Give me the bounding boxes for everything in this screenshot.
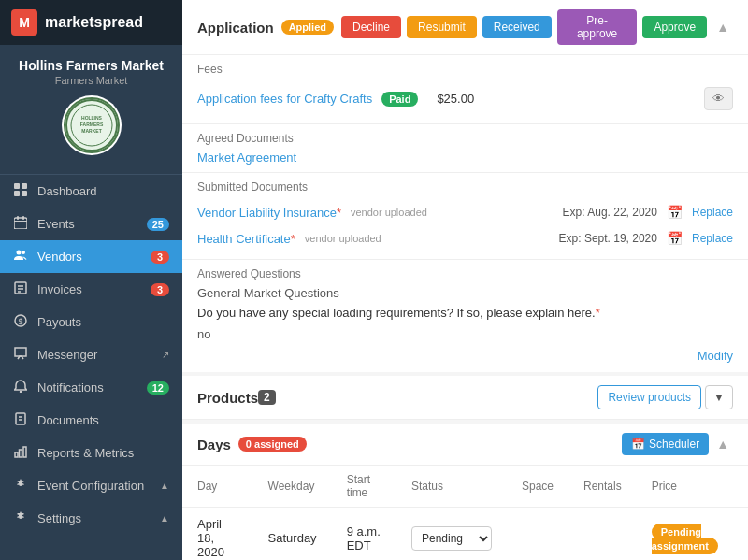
application-actions: Decline Resubmit Received Pre-approve Ap… [341, 9, 733, 45]
row-weekday: Saturday [253, 508, 332, 561]
reports-icon [13, 445, 28, 461]
products-chevron-button[interactable]: ▼ [705, 385, 733, 409]
sidebar-item-messenger[interactable]: Messenger ↗ [0, 338, 182, 371]
doc-exp-1: Exp: Sept. 19, 2020 [559, 232, 657, 245]
market-logo-inner: HOLLINS FARMERS MARKET [64, 97, 120, 153]
calendar-icon-0[interactable]: 📅 [667, 205, 683, 220]
events-icon [13, 216, 28, 232]
sidebar-item-notifications[interactable]: Notifications 12 [0, 371, 182, 404]
market-info: Hollins Farmers Market Farmers Market HO… [0, 45, 182, 175]
svg-point-13 [17, 251, 22, 255]
scheduler-button[interactable]: 📅 Scheduler [622, 433, 709, 455]
notifications-badge: 12 [147, 381, 169, 395]
col-space: Space [507, 466, 568, 508]
sidebar-item-events[interactable]: Events 25 [0, 208, 182, 240]
col-rentals: Rentals [568, 466, 637, 508]
resubmit-button[interactable]: Resubmit [407, 16, 477, 38]
scheduler-label: Scheduler [649, 438, 699, 451]
days-collapse-button[interactable]: ▲ [712, 437, 733, 452]
fees-section: Fees Application fees for Crafty Crafts … [182, 55, 748, 124]
row-space [507, 508, 568, 561]
fee-name-link[interactable]: Application fees for Crafty Crafts [197, 92, 372, 106]
invoices-badge: 3 [151, 283, 169, 296]
reports-label: Reports & Metrics [37, 446, 169, 460]
app-name: marketspread [45, 14, 143, 31]
svg-rect-22 [16, 413, 25, 424]
svg-text:MARKET: MARKET [81, 128, 101, 134]
sidebar: M marketspread Hollins Farmers Market Fa… [0, 0, 182, 560]
sidebar-item-settings[interactable]: Settings ▲ [0, 502, 182, 535]
documents-icon [13, 412, 28, 428]
payouts-icon: $ [13, 314, 28, 330]
status-select[interactable]: Pending Approved Declined [411, 526, 492, 551]
question-required-marker: * [596, 306, 600, 320]
review-products-button[interactable]: Review products [597, 385, 701, 409]
approve-button[interactable]: Approve [642, 16, 707, 38]
invoices-icon [13, 281, 28, 297]
events-badge: 25 [147, 218, 169, 231]
fee-status-badge: Paid [381, 92, 418, 107]
svg-text:HOLLINS: HOLLINS [81, 115, 103, 121]
table-row: April 18, 2020 Saturday 9 a.m. EDT Pendi… [182, 508, 748, 561]
answered-questions-label: Answered Questions [197, 267, 733, 280]
sidebar-item-payouts[interactable]: $ Payouts [0, 306, 182, 338]
col-start-time: Start time [332, 466, 396, 508]
svg-rect-7 [14, 191, 20, 196]
sidebar-item-event-config[interactable]: Event Configuration ▲ [0, 469, 182, 502]
notifications-label: Notifications [37, 381, 137, 395]
row-price: Pending assignment [637, 508, 748, 561]
market-name: Hollins Farmers Market [11, 58, 171, 73]
doc-name-1[interactable]: Health Certificate* [197, 232, 295, 246]
preapprove-button[interactable]: Pre-approve [557, 9, 638, 45]
sidebar-item-reports[interactable]: Reports & Metrics [0, 437, 182, 469]
days-section: Days 0 assigned 📅 Scheduler ▲ Day Weekda… [182, 424, 748, 560]
doc-tag-0: vendor uploaded [351, 207, 427, 218]
days-assigned-badge: 0 assigned [238, 437, 307, 452]
scheduler-calendar-icon: 📅 [631, 438, 645, 451]
event-config-arrow: ▲ [160, 481, 169, 491]
event-config-label: Event Configuration [37, 479, 151, 493]
sidebar-item-dashboard[interactable]: Dashboard [0, 175, 182, 208]
svg-rect-12 [14, 221, 27, 222]
doc-row-0: Vendor Liability Insurance* vendor uploa… [197, 199, 733, 225]
received-button[interactable]: Received [482, 16, 552, 38]
notifications-icon [13, 380, 28, 395]
products-count-badge: 2 [258, 390, 276, 405]
svg-rect-11 [22, 216, 24, 220]
messenger-label: Messenger [37, 348, 152, 362]
row-start-time: 9 a.m. EDT [332, 508, 396, 561]
submitted-docs-section: Submitted Documents Vendor Liability Ins… [182, 173, 748, 260]
svg-rect-6 [22, 183, 27, 189]
vendors-icon [13, 249, 28, 265]
logo-icon: M [11, 9, 37, 36]
application-header: Application Applied Decline Resubmit Rec… [182, 0, 748, 55]
question-text: Do you have any special loading requirem… [197, 306, 733, 320]
sidebar-header: M marketspread [0, 0, 182, 45]
pending-assignment-badge: Pending assignment [652, 524, 718, 554]
modify-button[interactable]: Modify [698, 349, 733, 363]
svg-point-14 [22, 251, 25, 254]
answer-text: no [197, 323, 733, 345]
doc-name-0[interactable]: Vendor Liability Insurance* [197, 206, 341, 220]
replace-link-1[interactable]: Replace [692, 232, 733, 245]
market-agreement-link[interactable]: Market Agreement [197, 151, 296, 165]
row-rentals [568, 508, 637, 561]
dashboard-icon [13, 183, 28, 199]
decline-button[interactable]: Decline [341, 16, 401, 38]
sidebar-item-invoices[interactable]: Invoices 3 [0, 273, 182, 306]
messenger-icon [13, 347, 28, 363]
sidebar-item-documents[interactable]: Documents [0, 404, 182, 437]
days-actions: 📅 Scheduler ▲ [622, 433, 733, 455]
svg-rect-9 [14, 218, 27, 229]
sidebar-item-vendors[interactable]: Vendors 3 [0, 240, 182, 273]
svg-point-21 [20, 391, 22, 393]
vendors-badge: 3 [151, 251, 169, 264]
invoices-label: Invoices [37, 282, 141, 296]
application-status-badge: Applied [281, 20, 334, 35]
view-fee-button[interactable]: 👁 [704, 87, 733, 110]
replace-link-0[interactable]: Replace [692, 206, 733, 219]
fee-row: Application fees for Crafty Crafts Paid … [197, 81, 733, 116]
calendar-icon-1[interactable]: 📅 [667, 231, 683, 246]
col-price: Price [637, 466, 748, 508]
application-collapse-button[interactable]: ▲ [712, 20, 733, 35]
